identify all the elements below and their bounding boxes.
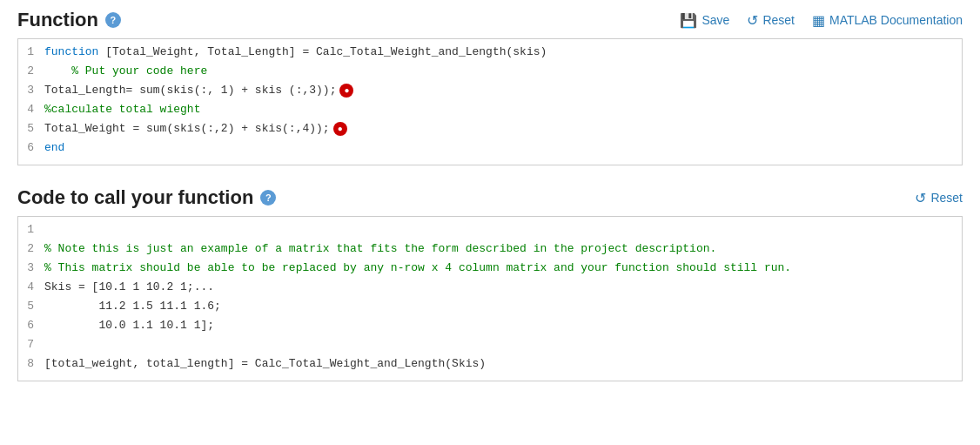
line-number: 2 <box>18 242 44 255</box>
line-number: 4 <box>18 280 44 293</box>
table-row: 5Total_Weight = sum(skis(:,2) + skis(:,4… <box>18 121 962 140</box>
line-number: 6 <box>18 141 44 154</box>
line-number: 5 <box>18 300 44 313</box>
line-number: 5 <box>18 122 44 135</box>
table-row: 6 10.0 1.1 10.1 1]; <box>18 318 962 337</box>
matlab-icon: ▦ <box>812 12 825 29</box>
line-content: % This matrix should be able to be repla… <box>44 261 962 274</box>
function-help-icon[interactable]: ? <box>105 12 121 28</box>
code-token: [Total_Weight, Total_Length] = Calc_Tota… <box>105 45 547 58</box>
line-content: function [Total_Weight, Total_Length] = … <box>44 45 962 58</box>
table-row: 2% Note this is just an example of a mat… <box>18 241 962 260</box>
code-token: %calculate total wieght <box>44 103 200 116</box>
table-row: 1function [Total_Weight, Total_Length] =… <box>18 44 962 64</box>
page-container: Function ? 💾 Save ↺ Reset ▦ MATLAB Docum… <box>0 0 980 420</box>
call-section-header: Code to call your function ? ↺ Reset <box>17 186 963 209</box>
function-editor[interactable]: 1function [Total_Weight, Total_Length] =… <box>17 38 963 165</box>
line-content: Total_Length= sum(skis(:, 1) + skis (:,3… <box>44 84 962 98</box>
spell-error-icon[interactable]: ● <box>339 84 353 98</box>
call-editor[interactable]: 12% Note this is just an example of a ma… <box>17 216 963 381</box>
line-content: end <box>44 141 962 154</box>
table-row: 6end <box>18 140 962 159</box>
code-token: Total_Weight = sum(skis(:,2) + skis(:,4)… <box>44 122 330 135</box>
table-row: 8[total_weight, total_length] = Calc_Tot… <box>18 356 962 375</box>
matlab-docs-button[interactable]: ▦ MATLAB Documentation <box>812 12 963 29</box>
call-title-group: Code to call your function ? <box>17 186 276 209</box>
call-reset-button[interactable]: ↺ Reset <box>915 190 963 206</box>
table-row: 4Skis = [10.1 1 10.2 1;... <box>18 280 962 299</box>
table-row: 5 11.2 1.5 11.1 1.6; <box>18 299 962 318</box>
line-content: 11.2 1.5 11.1 1.6; <box>44 300 962 313</box>
call-section-title: Code to call your function <box>17 186 253 209</box>
code-token: % This matrix should be able to be repla… <box>44 261 791 274</box>
code-token: [total_weight, total_length] = Calc_Tota… <box>44 357 486 370</box>
save-button[interactable]: 💾 Save <box>680 12 729 29</box>
code-token: % Put your code here <box>44 64 207 78</box>
line-content: Total_Weight = sum(skis(:,2) + skis(:,4)… <box>44 122 962 136</box>
code-token: end <box>44 141 64 154</box>
table-row: 4%calculate total wieght <box>18 102 962 121</box>
table-row: 2 % Put your code here <box>18 64 962 83</box>
table-row: 1 <box>18 222 962 241</box>
save-icon: 💾 <box>680 12 697 29</box>
table-row: 7 <box>18 337 962 356</box>
call-reset-icon: ↺ <box>915 190 926 206</box>
line-content: 10.0 1.1 10.1 1]; <box>44 319 962 332</box>
code-token: Skis = [10.1 1 10.2 1;... <box>44 280 214 293</box>
spell-error-icon[interactable]: ● <box>333 122 347 136</box>
line-content: [total_weight, total_length] = Calc_Tota… <box>44 357 962 370</box>
code-token: 11.2 1.5 11.1 1.6; <box>44 300 221 313</box>
call-help-icon[interactable]: ? <box>260 190 276 206</box>
line-number: 8 <box>18 357 44 370</box>
line-number: 6 <box>18 319 44 332</box>
function-title: Function <box>17 9 98 31</box>
code-token: function <box>44 45 105 58</box>
line-number: 3 <box>18 261 44 274</box>
code-token: % Note this is just an example of a matr… <box>44 242 716 255</box>
line-content: Skis = [10.1 1 10.2 1;... <box>44 280 962 293</box>
line-number: 7 <box>18 338 44 351</box>
reset-icon: ↺ <box>747 12 758 29</box>
function-reset-button[interactable]: ↺ Reset <box>747 12 795 29</box>
function-section-header: Function ? 💾 Save ↺ Reset ▦ MATLAB Docum… <box>17 9 963 31</box>
table-row: 3Total_Length= sum(skis(:, 1) + skis (:,… <box>18 83 962 102</box>
line-number: 2 <box>18 64 44 78</box>
line-content: % Note this is just an example of a matr… <box>44 242 962 255</box>
function-actions: 💾 Save ↺ Reset ▦ MATLAB Documentation <box>680 12 963 29</box>
line-content: % Put your code here <box>44 64 962 78</box>
line-number: 3 <box>18 84 44 97</box>
code-token: 10.0 1.1 10.1 1]; <box>44 319 214 332</box>
table-row: 3% This matrix should be able to be repl… <box>18 260 962 280</box>
line-number: 1 <box>18 223 44 236</box>
line-number: 1 <box>18 45 44 58</box>
function-title-group: Function ? <box>17 9 121 31</box>
line-number: 4 <box>18 103 44 116</box>
code-token: Total_Length= sum(skis(:, 1) + skis (:,3… <box>44 84 336 97</box>
call-actions: ↺ Reset <box>915 190 963 206</box>
line-content: %calculate total wieght <box>44 103 962 116</box>
